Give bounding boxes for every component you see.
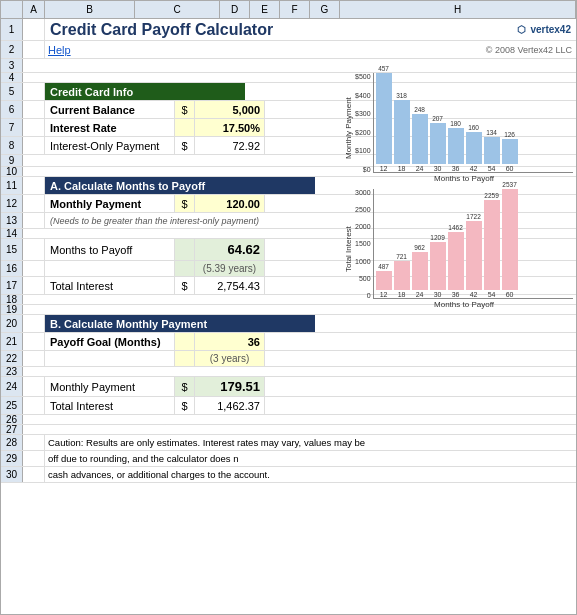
note-cell: (Needs to be greater than the interest-o…: [45, 213, 315, 228]
row20-rest: [315, 315, 576, 332]
row-num-16: 16: [1, 261, 23, 276]
row22-rest: [265, 351, 576, 366]
row22-c1: [175, 351, 195, 366]
interest-rate-value[interactable]: 17.50%: [195, 119, 265, 136]
chart1-y-title: Monthly Payment: [341, 73, 355, 183]
monthly-payment-b-label: Monthly Payment: [45, 377, 175, 396]
row-num-11: 11: [1, 177, 23, 194]
cell-a21: [23, 333, 45, 350]
monthly-payment-a-dollar: $: [175, 195, 195, 212]
col-header-a: A: [23, 1, 45, 18]
cell-a16: [23, 261, 45, 276]
cell-a20: [23, 315, 45, 332]
total-interest-b-label: Total Interest: [45, 397, 175, 414]
row-num-2: 2: [1, 41, 23, 58]
row3-content: [23, 59, 576, 72]
cell-a12: [23, 195, 45, 212]
chart1-y-labels: $500 $400 $300 $200 $100 $0: [355, 73, 373, 173]
row-num-8: 8: [1, 137, 23, 154]
monthly-payment-a-label: Monthly Payment: [45, 195, 175, 212]
payoff-goal-years: (3 years): [195, 351, 265, 366]
row-num-19: 19: [1, 305, 23, 314]
cell-a30: [23, 467, 45, 482]
chart2-y-title: Total Interest: [341, 189, 355, 309]
credit-card-info-header: Credit Card Info: [45, 83, 245, 100]
current-balance-value[interactable]: 5,000: [195, 101, 265, 118]
row23-content: [23, 367, 576, 376]
cell-a13: [23, 213, 45, 228]
chart2-y-labels: 3000 2500 2000 1500 1000 500 0: [355, 189, 373, 299]
row16-b: [45, 261, 175, 276]
row26-content: [23, 415, 576, 424]
interest-only-label: Interest-Only Payment: [45, 137, 175, 154]
row-num-28: 28: [1, 435, 23, 450]
col-header-d: D: [220, 1, 250, 18]
current-balance-dollar: $: [175, 101, 195, 118]
caution-line3: cash advances, or additional charges to …: [45, 467, 576, 482]
col-header-h: H: [340, 1, 576, 18]
cell-a5: [23, 83, 45, 100]
row-num-14: 14: [1, 229, 23, 238]
copyright-cell: © 2008 Vertex42 LLC: [325, 41, 576, 58]
row-num-4: 4: [1, 73, 23, 82]
row22-b: [45, 351, 175, 366]
interest-only-value: 72.92: [195, 137, 265, 154]
cell-a7: [23, 119, 45, 136]
logo-area: ⬡ vertex42: [325, 19, 576, 40]
row25-rest: [265, 397, 576, 414]
row-header-corner: [1, 1, 23, 18]
payoff-goal-value[interactable]: 36: [195, 333, 265, 350]
total-interest-a-value: 2,754.43: [195, 277, 265, 294]
cell-a29: [23, 451, 45, 466]
row-num-24: 24: [1, 377, 23, 396]
row-num-3: 3: [1, 59, 23, 72]
total-interest-a-dollar: $: [175, 277, 195, 294]
charts-area: Monthly Payment $500 $400 $300 $200 $100…: [341, 73, 573, 309]
monthly-payment-b-value: 179.51: [195, 377, 265, 396]
col-header-g: G: [310, 1, 340, 18]
total-interest-b-dollar: $: [175, 397, 195, 414]
cell-a24: [23, 377, 45, 396]
cell-a1: [23, 19, 45, 40]
copyright-text: © 2008 Vertex42 LLC: [486, 45, 572, 55]
row-num-26: 26: [1, 415, 23, 424]
caution-line1: Caution: Results are only estimates. Int…: [45, 435, 576, 450]
logo-text: vertex42: [530, 24, 571, 35]
monthly-payment-a-value[interactable]: 120.00: [195, 195, 265, 212]
interest-rate-label: Interest Rate: [45, 119, 175, 136]
col-header-f: F: [280, 1, 310, 18]
row-num-1: 1: [1, 19, 23, 40]
row-num-22: 22: [1, 351, 23, 366]
cell-a11: [23, 177, 45, 194]
row-num-27: 27: [1, 425, 23, 434]
cell-a17: [23, 277, 45, 294]
row-num-10: 10: [1, 167, 23, 176]
row-num-25: 25: [1, 397, 23, 414]
chart2-bars: 4871272118962241209301462361722422259542…: [373, 189, 573, 299]
chart1: Monthly Payment $500 $400 $300 $200 $100…: [341, 73, 573, 183]
title-cell: Credit Card Payoff Calculator: [45, 19, 325, 40]
row-num-30: 30: [1, 467, 23, 482]
chart1-bars: 4571231818248242073018036160421345412660: [373, 73, 573, 173]
payoff-goal-empty: [175, 333, 195, 350]
row-num-6: 6: [1, 101, 23, 118]
cell-a8: [23, 137, 45, 154]
row-num-18: 18: [1, 295, 23, 304]
interest-rate-dollar-empty: [175, 119, 195, 136]
help-link[interactable]: Help: [48, 44, 71, 56]
chart1-x-title: Months to Payoff: [355, 174, 573, 183]
row27-content: [23, 425, 576, 434]
cell-a22: [23, 351, 45, 366]
section-b-header: B. Calculate Monthly Payment: [45, 315, 315, 332]
months-to-payoff-label: Months to Payoff: [45, 239, 175, 260]
cell-a6: [23, 101, 45, 118]
row-num-17: 17: [1, 277, 23, 294]
months-to-payoff-value: 64.62: [195, 239, 265, 260]
total-interest-a-label: Total Interest: [45, 277, 175, 294]
row16-c1: [175, 261, 195, 276]
cell-a28: [23, 435, 45, 450]
row-num-15: 15: [1, 239, 23, 260]
row-num-5: 5: [1, 83, 23, 100]
current-balance-label: Current Balance: [45, 101, 175, 118]
help-cell[interactable]: Help: [45, 41, 325, 58]
